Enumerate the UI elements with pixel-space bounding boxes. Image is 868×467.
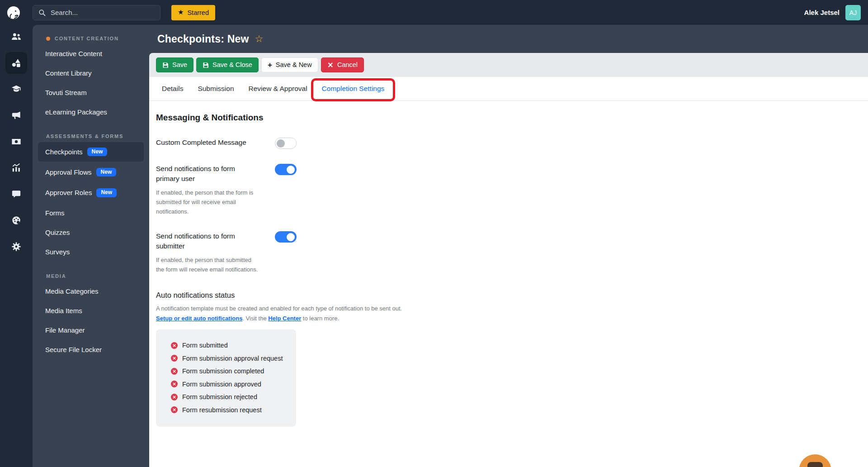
- sidebar-item-quizzes[interactable]: Quizzes: [38, 223, 144, 242]
- topbar-user-area: Alek Jetsel AJ: [804, 5, 868, 20]
- help-center-link[interactable]: Help Center: [268, 315, 301, 322]
- save-new-label: Save & New: [276, 62, 312, 68]
- tab-submission[interactable]: Submission: [190, 77, 241, 100]
- chat-bubble-icon: [807, 462, 823, 467]
- links-tail-text: to learn more.: [301, 315, 339, 322]
- sidebar-item-label: Forms: [45, 209, 65, 217]
- section-header-content-creation: CONTENT CREATION: [46, 36, 144, 41]
- sidebar-item-media-categories[interactable]: Media Categories: [38, 282, 144, 300]
- plus-icon: +: [268, 61, 272, 69]
- sidebar-item-media-items[interactable]: Media Items: [38, 301, 144, 320]
- x-circle-icon: ×: [171, 368, 178, 375]
- money-bill-icon[interactable]: [5, 131, 27, 152]
- x-circle-icon: ×: [171, 406, 178, 413]
- page-title: Checkpoints: New: [157, 33, 249, 45]
- cancel-button[interactable]: × Cancel: [321, 57, 364, 72]
- toolbar: Save Save & Close + Save & New × Cancel: [149, 53, 868, 77]
- favorite-star-icon[interactable]: ☆: [255, 34, 264, 44]
- active-tab-underline: [317, 100, 389, 101]
- shapes-icon[interactable]: [5, 52, 27, 74]
- search-input[interactable]: [50, 8, 155, 17]
- search-icon: [38, 9, 46, 16]
- sidebar-item-approver-roles[interactable]: Approver RolesNew: [38, 183, 144, 202]
- status-item-form-submission-approved: ×Form submission approved: [171, 377, 296, 391]
- auto-notification-status-list: ×Form submitted×Form submission approval…: [156, 329, 296, 427]
- x-circle-icon: ×: [171, 394, 178, 400]
- toggle-knob: [287, 166, 295, 174]
- star-icon: ★: [178, 9, 184, 16]
- x-circle-icon: ×: [171, 381, 178, 387]
- save-label: Save: [172, 62, 187, 68]
- palette-icon[interactable]: [5, 210, 27, 231]
- sidebar-item-tovuti-stream[interactable]: Tovuti Stream: [38, 83, 144, 102]
- sidebar-item-file-manager[interactable]: File Manager: [38, 321, 144, 339]
- auto-notifications-title: Auto notifications status: [156, 291, 868, 300]
- section-header-media: MEDIA: [46, 273, 144, 279]
- sidebar-item-interactive-content[interactable]: Interactive Content: [38, 44, 144, 63]
- graduation-cap-icon[interactable]: [5, 78, 27, 100]
- sidebar-item-label: Surveys: [45, 248, 70, 256]
- auto-notifications-description: A notification template must be created …: [156, 304, 868, 313]
- sidebar-item-label: Secure File Locker: [45, 346, 102, 353]
- status-item-form-submission-rejected: ×Form submission rejected: [171, 391, 296, 404]
- auto-notifications-section: Auto notifications status A notification…: [156, 291, 868, 427]
- toggle-knob: [287, 233, 295, 241]
- user-name[interactable]: Alek Jetsel: [804, 9, 840, 16]
- starred-button[interactable]: ★ Starred: [171, 5, 215, 20]
- new-badge: New: [96, 168, 117, 176]
- search-box: [33, 5, 160, 20]
- avatar-initials: AJ: [849, 9, 857, 16]
- content: Messaging & Notifications Custom Complet…: [149, 101, 868, 427]
- new-badge: New: [87, 148, 108, 156]
- tovuti-logo[interactable]: [6, 5, 21, 20]
- sidebar-item-label: File Manager: [45, 326, 85, 334]
- megaphone-icon[interactable]: [5, 105, 27, 126]
- page-header: Checkpoints: New ☆: [149, 25, 868, 53]
- toggle-knob: [277, 139, 285, 148]
- field-label: Send notifications to form primary user: [156, 164, 260, 184]
- save-close-button[interactable]: Save & Close: [196, 57, 259, 72]
- sidebar-item-label: Approver Roles: [45, 189, 92, 196]
- icon-rail: [0, 25, 33, 467]
- gear-icon[interactable]: [5, 236, 27, 257]
- sidebar-item-elearning-packages[interactable]: eLearning Packages: [38, 103, 144, 121]
- auto-notifications-links: Setup or edit auto notifications. Visit …: [156, 314, 868, 323]
- sidebar-item-label: Media Categories: [45, 287, 99, 295]
- sidebar-item-label: Checkpoints: [45, 148, 83, 156]
- links-middle-text: . Visit the: [242, 315, 268, 322]
- sidebar-item-label: Content Library: [45, 69, 92, 77]
- avatar[interactable]: AJ: [845, 5, 861, 20]
- toggle-send-notifications-to-form-submitter[interactable]: [275, 231, 297, 243]
- tab-completion-settings[interactable]: Completion Settings: [315, 77, 392, 100]
- comments-icon[interactable]: [5, 183, 27, 205]
- save-button[interactable]: Save: [156, 57, 193, 72]
- page-body: DetailsSubmissionReview & ApprovalComple…: [149, 77, 868, 467]
- tab-review-approval[interactable]: Review & Approval: [241, 77, 315, 100]
- sidebar-item-forms[interactable]: Forms: [38, 204, 144, 222]
- sidebar-nav: CONTENT CREATIONInteractive ContentConte…: [33, 25, 149, 467]
- cancel-label: Cancel: [337, 62, 358, 68]
- field-label: Custom Completed Message: [156, 138, 260, 148]
- section-title: Messaging & Notifications: [156, 113, 868, 123]
- sidebar-item-approval-flows[interactable]: Approval FlowsNew: [38, 162, 144, 182]
- sidebar-item-checkpoints[interactable]: CheckpointsNew: [38, 142, 144, 162]
- toggle-send-notifications-to-form-primary-user[interactable]: [275, 164, 297, 175]
- status-item-form-submission-approval-request: ×Form submission approval request: [171, 352, 296, 365]
- setup-auto-notifications-link[interactable]: Setup or edit auto notifications: [156, 315, 242, 322]
- sidebar-item-surveys[interactable]: Surveys: [38, 243, 144, 261]
- tab-bar: DetailsSubmissionReview & ApprovalComple…: [149, 77, 868, 101]
- chart-icon[interactable]: [5, 157, 27, 179]
- x-icon: ×: [327, 61, 334, 69]
- users-icon[interactable]: [5, 26, 27, 48]
- tab-details[interactable]: Details: [155, 77, 190, 100]
- sidebar-item-secure-file-locker[interactable]: Secure File Locker: [38, 340, 144, 359]
- sidebar-item-label: Tovuti Stream: [45, 89, 87, 96]
- sidebar-item-content-library[interactable]: Content Library: [38, 64, 144, 82]
- new-badge: New: [96, 188, 117, 197]
- save-close-label: Save & Close: [212, 62, 252, 68]
- toggle-custom-completed-message[interactable]: [275, 138, 297, 149]
- save-new-button[interactable]: + Save & New: [261, 57, 318, 72]
- section-header-assessments-forms: ASSESSMENTS & FORMS: [46, 133, 144, 139]
- field-help-text: If enabled, the person that the form is …: [156, 188, 259, 216]
- status-item-form-submission-completed: ×Form submission completed: [171, 365, 296, 378]
